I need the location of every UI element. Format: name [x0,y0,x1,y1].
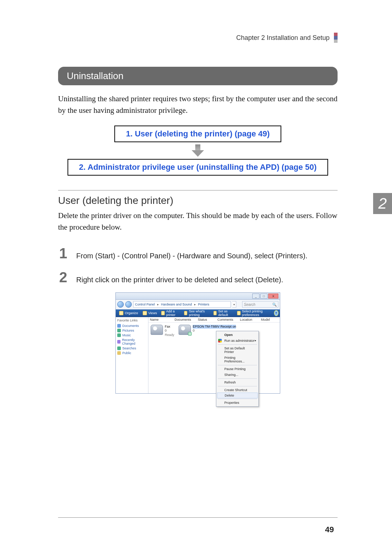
address-bar: Control Panel ▸ Hardware and Sound ▸ Pri… [116,300,280,309]
printers-items: Fax 0 Ready EPSON TM-T88IV Receipt on 0 [148,323,280,339]
window-client-area: Favorite Links Documents Pictures Music … [116,317,280,393]
default-icon [213,311,217,315]
nav-music[interactable]: Music [117,333,147,337]
document-page: Chapter 2 Installation and Setup Uninsta… [0,0,392,554]
search-icon: 🔍 [272,303,277,307]
menu-properties[interactable]: Properties [216,400,258,406]
menu-create-shortcut[interactable]: Create Shortcut [216,387,258,393]
window-maximize-button[interactable]: □ [260,294,268,299]
printer-name: Fax [165,325,174,329]
printer-status: Ready [165,333,174,337]
menu-separator [218,386,257,386]
nav-pictures[interactable]: Pictures [117,329,147,332]
breadcrumb[interactable]: Control Panel ▸ Hardware and Sound ▸ Pri… [133,301,231,308]
column-headers[interactable]: Name Documents Status Comments Location … [148,317,280,323]
header-color-tabs [334,33,338,43]
menu-refresh[interactable]: Refresh [216,379,258,385]
page-number: 49 [325,525,334,534]
cmd-organize[interactable]: Organize [117,311,140,316]
menu-separator [218,378,257,379]
menu-delete[interactable]: Delete [217,393,258,398]
pictures-icon [117,329,121,332]
searches-icon [117,346,121,350]
cmd-set-default[interactable]: Set as default [212,309,234,317]
step-1-text: From (Start) - (Control Panel) - (Hardwa… [76,252,307,260]
uac-shield-icon [218,339,222,342]
footer-rule [58,517,338,518]
down-arrow-icon [192,144,204,157]
window-close-button[interactable]: X [268,294,278,299]
organize-icon [119,311,123,315]
breadcrumb-dropdown[interactable]: ▾ [232,301,236,308]
search-input[interactable]: Search 🔍 [242,301,278,308]
col-comments[interactable]: Comments [217,318,240,321]
nav-forward-button[interactable] [125,301,132,308]
chapter-thumb-tab: 2 [373,193,392,214]
step-2: 2 Right click on the printer driver to b… [58,270,338,284]
menu-separator [218,344,257,345]
favorites-nav: Favorite Links Documents Pictures Music … [116,317,148,393]
subsection-heading: User (deleting the printer) [58,195,338,206]
subsection-body: Delete the printer driver on the compute… [58,210,338,233]
col-model[interactable]: Model [261,318,278,321]
printer-context-menu: Open Run as administrator Set as Default… [216,331,259,407]
breadcrumb-item[interactable]: Printers [198,303,209,306]
step-2-number: 2 [58,270,68,284]
command-bar: Organize Views Add a printer See what's … [116,309,280,317]
favorites-header: Favorite Links [117,319,147,322]
section-title-bar: Uninstallation [58,67,338,85]
printer-fax[interactable]: Fax 0 Ready [151,325,174,337]
section-title: Uninstallation [67,70,123,81]
documents-icon [117,324,121,328]
printers-list: Name Documents Status Comments Location … [148,317,280,393]
col-status[interactable]: Status [198,318,217,321]
breadcrumb-item[interactable]: Control Panel [135,303,155,306]
window-minimize-button[interactable]: _ [252,294,260,299]
prefs-icon [237,311,240,315]
nav-documents[interactable]: Documents [117,324,147,328]
page-header: Chapter 2 Installation and Setup [58,33,338,43]
step-1-number: 1 [58,246,68,260]
col-location[interactable]: Location [240,318,261,321]
section-intro: Uninstalling the shared printer requires… [58,93,338,116]
cmd-add-printer[interactable]: Add a printer [159,309,181,317]
flow-step-2[interactable]: 2. Administrator privilege user (uninsta… [68,159,328,176]
step-2-text: Right click on the printer driver to be … [76,276,283,284]
breadcrumb-item[interactable]: Hardware and Sound [161,303,192,306]
cmd-printing-preferences[interactable]: Select printing preferences [235,309,272,317]
public-icon [117,351,121,355]
menu-sharing[interactable]: Sharing... [216,372,258,378]
recent-icon [117,340,121,344]
menu-pause-printing[interactable]: Pause Printing [216,366,258,372]
printer-docs: 0 [165,329,174,333]
music-icon [117,333,121,337]
menu-set-default[interactable]: Set as Default Printer [216,345,258,355]
printer-name: EPSON TM-T88IV Receipt on [193,325,236,329]
col-documents[interactable]: Documents [175,318,198,321]
col-name[interactable]: Name [150,318,175,321]
printer-icon [151,325,163,335]
cmd-views[interactable]: Views [141,311,159,316]
nav-public[interactable]: Public [117,351,147,355]
subsection-rule [58,190,338,190]
menu-run-as-administrator[interactable]: Run as administrator [216,338,258,344]
step-1: 1 From (Start) - (Control Panel) - (Hard… [58,246,338,260]
nav-back-button[interactable] [117,301,124,308]
menu-separator [218,365,257,365]
flow-step-2-label: 2. Administrator privilege user (uninsta… [79,163,317,172]
cmd-see-printing[interactable]: See what's printing [182,309,211,317]
printer-label: Fax 0 Ready [165,325,174,337]
search-placeholder: Search [244,303,256,307]
add-printer-icon [161,311,164,315]
menu-printing-prefs[interactable]: Printing Preferences... [216,355,258,364]
chapter-label: Chapter 2 Installation and Setup [236,34,330,42]
nav-searches[interactable]: Searches [117,346,147,350]
menu-open[interactable]: Open [216,332,258,338]
nav-recently-changed[interactable]: Recently Changed [117,338,147,345]
breadcrumb-sep-icon: ▸ [194,303,196,306]
help-button[interactable]: ? [274,310,279,316]
window-titlebar: _ □ X [116,293,280,300]
shared-printer-icon [179,325,191,335]
flow-step-1[interactable]: 1. User (deleting the printer) (page 49) [114,126,281,142]
breadcrumb-sep-icon: ▸ [157,303,159,306]
